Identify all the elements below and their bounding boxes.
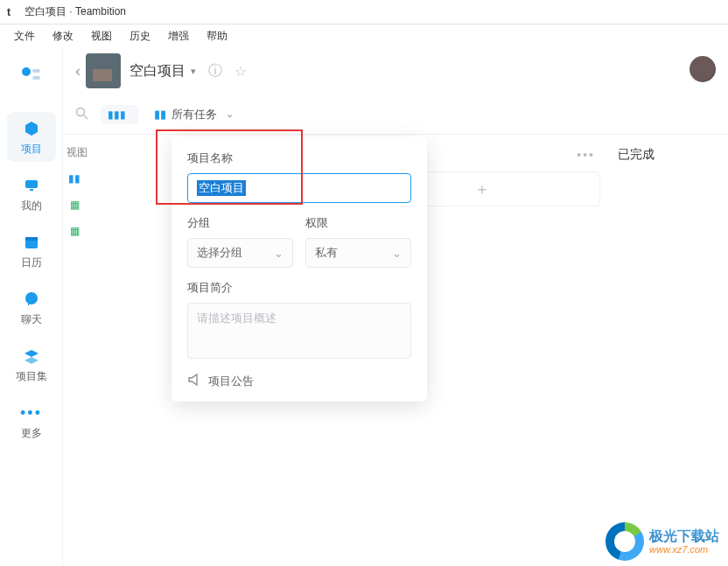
layers-icon [22,346,41,366]
column-title: 已完成 [618,147,654,163]
sidebar-item-label: 更多 [21,426,42,441]
table-icon: ▦ [66,197,82,213]
menu-view[interactable]: 视图 [82,27,121,45]
app-icon: t [7,6,19,18]
back-icon[interactable]: ‹ [75,62,80,80]
sidebar-item-label: 我的 [21,199,42,213]
left-sidebar: 项目 我的 日历 聊天 项目集 ••• 更多 [0,47,63,566]
menu-help[interactable]: 帮助 [198,27,236,45]
chevron-down-icon: ⌄ [274,247,284,260]
view-chip[interactable]: ▮▮▮ [101,105,138,124]
sidebar-item-calendar[interactable]: 日历 [7,226,56,276]
content-area: ‹ 空白项目 ▾ ⓘ ☆ ▮▮▮ ▮▮ 所有任务 ⌄ 视图 [63,47,728,566]
field-label-permission: 权限 [305,215,411,231]
views-panel: 视图 ▮▮ ▦ ▦ [63,142,98,244]
svg-rect-6 [25,237,38,241]
sidebar-item-chat[interactable]: 聊天 [7,283,56,332]
project-announcement-link[interactable]: 项目公告 [187,373,411,389]
menu-file[interactable]: 文件 [5,27,44,45]
column-done: 已完成 [618,147,705,206]
project-thumbnail[interactable] [86,53,121,88]
filter-all-tasks[interactable]: ▮▮ 所有任务 ⌄ [154,107,234,122]
filter-bars-icon: ▮▮ [154,108,166,121]
field-label-desc: 项目简介 [187,280,411,296]
watermark-url: www.xz7.com [649,544,719,555]
sidebar-item-mine[interactable]: 我的 [7,169,56,219]
sidebar-item-label: 项目 [21,142,42,157]
watermark-text: 极光下载站 [649,528,719,544]
svg-rect-3 [25,180,38,188]
svg-rect-1 [32,69,40,73]
sidebar-item-projectset[interactable]: 项目集 [7,339,56,389]
watermark-logo [606,522,644,561]
chevron-down-icon: ⌄ [226,108,234,120]
app-logo[interactable] [14,59,49,94]
field-label-group: 分组 [187,215,293,231]
column-menu-icon[interactable]: ••• [577,148,595,162]
permission-select[interactable]: 私有 ⌄ [305,238,411,268]
svg-line-9 [84,115,88,119]
announcement-label: 项目公告 [208,374,254,389]
chat-icon [22,290,41,309]
svg-rect-4 [30,189,33,191]
group-select[interactable]: 选择分组 ⌄ [187,238,293,268]
table-icon: ▦ [66,223,82,239]
board-view-icon: ▮▮▮ [108,108,126,121]
view-row-table2[interactable]: ▦ [63,218,98,244]
megaphone-icon [187,373,201,389]
filter-label: 所有任务 [172,107,217,122]
view-row-board[interactable]: ▮▮ [63,165,98,192]
window-titlebar: t 空白项目 · Teambition [0,0,728,24]
watermark: 极光下载站 www.xz7.com [606,522,719,561]
project-header: ‹ 空白项目 ▾ ⓘ ☆ [63,47,728,94]
input-selected-text: 空白项目 [197,180,246,196]
sidebar-item-label: 项目集 [16,369,47,384]
chevron-down-icon[interactable]: ▾ [191,66,196,77]
project-name-input[interactable]: 空白项目 [187,173,411,203]
search-icon[interactable] [75,107,88,122]
svg-rect-2 [32,76,40,80]
field-label-name: 项目名称 [187,150,411,166]
project-title[interactable]: 空白项目 [130,62,186,80]
toolbar: ▮▮▮ ▮▮ 所有任务 ⌄ [63,94,728,135]
star-icon[interactable]: ☆ [234,63,247,80]
info-icon[interactable]: ⓘ [208,62,222,80]
user-avatar[interactable] [690,56,716,82]
views-heading: 视图 [63,142,98,165]
project-desc-textarea[interactable]: 请描述项目概述 [187,303,411,359]
sidebar-item-more[interactable]: ••• 更多 [7,396,56,446]
chevron-down-icon: ⌄ [392,247,402,260]
dots-icon: ••• [22,403,41,423]
board-icon: ▮▮ [66,171,82,186]
menu-history[interactable]: 历史 [121,27,159,45]
textarea-placeholder: 请描述项目概述 [197,311,276,325]
menu-edit[interactable]: 修改 [44,27,82,45]
select-placeholder: 选择分组 [197,245,242,261]
select-value: 私有 [315,245,338,261]
svg-point-0 [22,67,31,76]
menu-bar: 文件 修改 视图 历史 增强 帮助 [0,24,728,47]
calendar-icon [22,233,41,252]
view-row-table1[interactable]: ▦ [63,192,98,218]
sidebar-item-label: 日历 [21,255,42,270]
sidebar-item-label: 聊天 [21,312,42,327]
cube-icon [22,119,41,138]
svg-point-8 [77,108,85,115]
sidebar-item-projects[interactable]: 项目 [7,112,56,162]
window-title: 空白项目 · Teambition [24,4,126,19]
svg-point-7 [25,292,38,304]
monitor-icon [22,176,41,195]
menu-enhance[interactable]: 增强 [159,27,198,45]
project-settings-popover: 项目名称 空白项目 分组 选择分组 ⌄ 权限 私有 ⌄ [172,136,427,402]
